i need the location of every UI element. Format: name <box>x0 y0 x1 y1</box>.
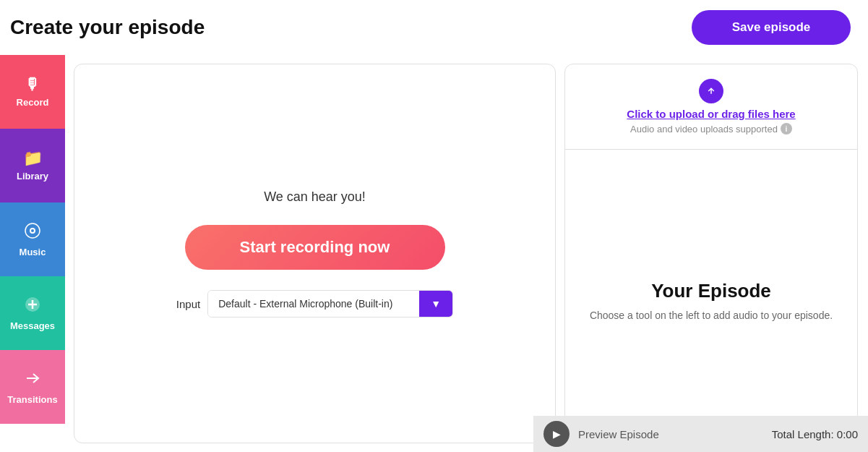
upload-card: Click to upload or drag files here Audio… <box>564 64 858 452</box>
play-icon: ▶ <box>553 428 561 440</box>
preview-label: Preview Episode <box>578 428 763 440</box>
sidebar-item-messages-label: Messages <box>10 320 55 331</box>
save-episode-button[interactable]: Save episode <box>692 10 851 45</box>
right-panel: Click to upload or drag files here Audio… <box>564 55 868 452</box>
center-panel: We can hear you! Start recording now Inp… <box>65 55 564 452</box>
microphone-icon: 🎙 <box>25 77 40 93</box>
page-title: Create your episode <box>10 16 205 39</box>
episode-placeholder-sub: Choose a tool on the left to add audio t… <box>590 310 833 321</box>
sidebar-item-transitions-label: Transitions <box>7 394 57 405</box>
sidebar-item-music-label: Music <box>20 247 46 257</box>
input-select-wrapper: Default - External Microphone (Built-in)… <box>207 290 453 317</box>
upload-area[interactable]: Click to upload or drag files here Audio… <box>565 64 857 150</box>
sidebar-item-record-label: Record <box>17 97 49 108</box>
folder-icon: 📁 <box>23 150 43 166</box>
header: Create your episode Save episode <box>0 0 868 55</box>
sidebar-item-music[interactable]: Music <box>0 202 65 276</box>
main-area: 🎙 Record 📁 Library Music <box>0 55 868 452</box>
info-icon: i <box>781 123 792 135</box>
input-row: Input Default - External Microphone (Bui… <box>176 290 453 317</box>
chevron-down-icon: ▼ <box>431 298 441 310</box>
svg-point-2 <box>31 229 34 232</box>
bottom-preview-bar: ▶ Preview Episode Total Length: 0:00 <box>533 416 868 452</box>
transitions-icon <box>24 370 41 390</box>
music-icon <box>24 222 41 242</box>
start-recording-button[interactable]: Start recording now <box>185 225 445 270</box>
input-dropdown-button[interactable]: ▼ <box>419 291 452 317</box>
input-label: Input <box>176 298 200 310</box>
hear-you-text: We can hear you! <box>264 189 366 205</box>
sidebar-item-library-label: Library <box>17 171 48 182</box>
episode-placeholder: Your Episode Choose a tool on the left t… <box>575 150 847 451</box>
upload-icon <box>699 79 723 103</box>
sidebar: 🎙 Record 📁 Library Music <box>0 55 65 452</box>
upload-subtitle: Audio and video uploads supported i <box>630 123 792 135</box>
sidebar-item-messages[interactable]: Messages <box>0 276 65 350</box>
messages-icon <box>24 296 41 316</box>
sidebar-item-record[interactable]: 🎙 Record <box>0 55 65 129</box>
sidebar-item-transitions[interactable]: Transitions <box>0 350 65 424</box>
preview-play-button[interactable]: ▶ <box>543 421 570 447</box>
upload-link[interactable]: Click to upload or drag files here <box>627 108 795 120</box>
input-select-text: Default - External Microphone (Built-in) <box>208 291 419 317</box>
episode-placeholder-title: Your Episode <box>651 280 771 302</box>
record-card: We can hear you! Start recording now Inp… <box>74 64 556 443</box>
total-length: Total Length: 0:00 <box>772 428 858 440</box>
sidebar-item-library[interactable]: 📁 Library <box>0 129 65 202</box>
